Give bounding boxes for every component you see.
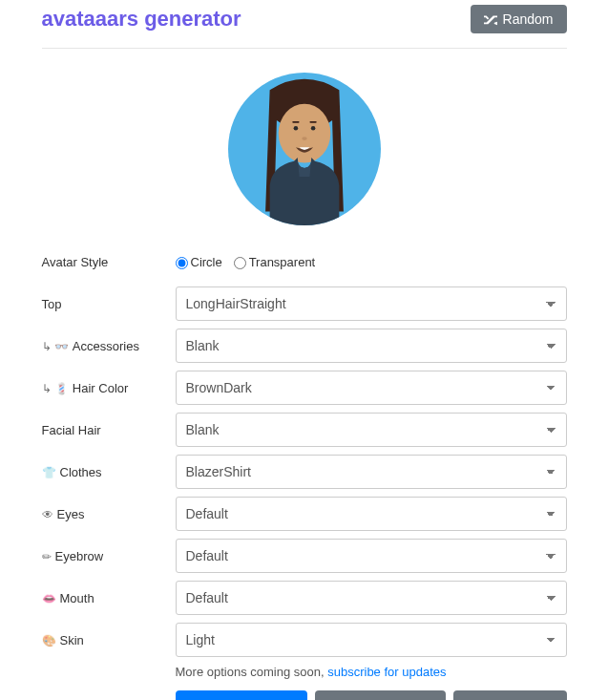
row-top: Top LongHairStraight [42,286,567,321]
subscribe-link[interactable]: subscribe for updates [327,665,446,679]
select-mouth[interactable]: Default [176,581,567,615]
label-accessories: ↳ 👓Accessories [42,339,176,353]
avatar-display [42,49,567,244]
helper-text: More options coming soon, subscribe for … [176,665,567,679]
radio-circle[interactable] [176,257,188,269]
random-button[interactable]: Random [471,5,567,33]
row-mouth: 👄Mouth Default [42,581,567,615]
row-accessories: ↳ 👓Accessories Blank [42,329,567,363]
select-facial-hair[interactable]: Blank [176,413,567,447]
row-skin: 🎨Skin Light [42,623,567,657]
row-facial-hair: Facial Hair Blank [42,413,567,447]
row-clothes: 👕Clothes BlazerShirt [42,455,567,489]
button-row: Download PNG Download SVG Show React [176,690,567,700]
svg-rect-4 [309,121,316,123]
select-hair-color[interactable]: BrownDark [176,371,567,405]
svg-rect-3 [292,121,299,123]
radio-transparent-label[interactable]: Transparent [234,255,316,269]
radio-circle-label[interactable]: Circle [176,255,222,269]
svg-point-0 [278,104,330,163]
select-skin[interactable]: Light [176,623,567,657]
page-title: avataaars generator [42,7,241,32]
label-clothes: 👕Clothes [42,465,176,479]
label-skin: 🎨Skin [42,633,176,647]
select-accessories[interactable]: Blank [176,329,567,363]
label-top: Top [42,297,176,311]
row-avatar-style: Avatar Style Circle Transparent [42,244,567,279]
svg-point-5 [302,137,306,140]
download-svg-button[interactable]: Download SVG [315,690,446,700]
header: avataaars generator Random [42,0,567,49]
svg-point-2 [310,126,315,131]
select-eyes[interactable]: Default [176,497,567,531]
label-eyes: 👁Eyes [42,507,176,521]
label-avatar-style: Avatar Style [42,255,176,269]
row-eyes: 👁Eyes Default [42,497,567,531]
show-react-button[interactable]: Show React [453,690,566,700]
download-png-button[interactable]: Download PNG [176,690,307,700]
select-clothes[interactable]: BlazerShirt [176,455,567,489]
row-eyebrow: ✏Eyebrow Default [42,539,567,573]
label-mouth: 👄Mouth [42,591,176,605]
svg-point-1 [293,126,298,131]
random-button-label: Random [503,11,554,27]
avatar-preview [228,73,381,225]
label-eyebrow: ✏Eyebrow [42,549,176,563]
label-facial-hair: Facial Hair [42,423,176,437]
select-top[interactable]: LongHairStraight [176,286,567,321]
select-eyebrow[interactable]: Default [176,539,567,573]
row-hair-color: ↳ 💈Hair Color BrownDark [42,371,567,405]
label-hair-color: ↳ 💈Hair Color [42,381,176,395]
shuffle-icon [484,12,497,26]
radio-transparent[interactable] [234,257,246,269]
